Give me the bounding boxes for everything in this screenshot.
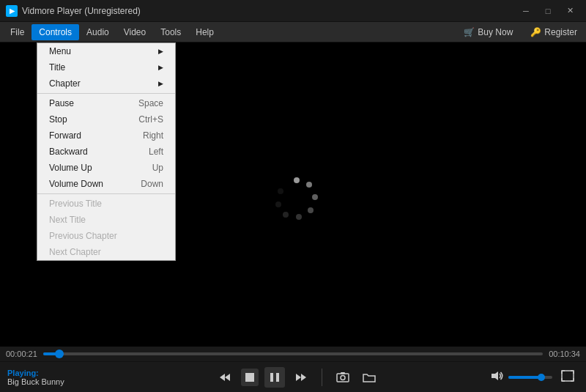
- svg-rect-15: [337, 374, 349, 382]
- current-time: 00:00:21: [6, 350, 37, 358]
- cart-icon: 🛒: [464, 27, 475, 37]
- menu-item-title[interactable]: Title: [37, 59, 175, 75]
- svg-point-6: [275, 201, 281, 207]
- svg-marker-14: [301, 374, 306, 381]
- menu-item-backward[interactable]: Backward Left: [37, 144, 175, 160]
- svg-point-3: [308, 207, 314, 213]
- menu-item-prev-title[interactable]: Previous Title: [37, 196, 175, 212]
- maximize-button[interactable]: □: [538, 1, 558, 21]
- separator-2: [37, 193, 175, 194]
- svg-point-5: [283, 212, 289, 218]
- svg-point-16: [341, 375, 345, 380]
- now-playing: Playing: Big Buck Bunny: [7, 369, 103, 386]
- progress-thumb[interactable]: [55, 350, 64, 358]
- svg-marker-18: [492, 371, 498, 380]
- folder-button[interactable]: [359, 367, 379, 388]
- progress-track[interactable]: [43, 352, 543, 355]
- svg-rect-17: [341, 372, 345, 374]
- fullscreen-button[interactable]: [557, 368, 579, 386]
- svg-rect-12: [276, 373, 279, 382]
- screenshot-button[interactable]: [333, 367, 353, 388]
- stop-button[interactable]: [241, 369, 259, 386]
- menu-tools[interactable]: Tools: [153, 24, 188, 40]
- menu-item-menu[interactable]: Menu: [37, 43, 175, 59]
- buy-now-label: Buy Now: [478, 27, 513, 37]
- svg-point-0: [294, 177, 300, 183]
- menu-file[interactable]: File: [3, 24, 31, 40]
- menu-item-forward[interactable]: Forward Right: [37, 127, 175, 144]
- key-icon: 🔑: [530, 27, 541, 37]
- menu-right: 🛒 Buy Now 🔑 Register: [458, 25, 583, 40]
- menu-audio[interactable]: Audio: [79, 24, 116, 40]
- menu-item-next-chapter[interactable]: Next Chapter: [37, 244, 175, 260]
- volume-fill: [508, 376, 541, 379]
- title-bar: ▶ Vidmore Player (Unregistered) ─ □ ✕: [0, 0, 586, 22]
- pause-button[interactable]: [264, 367, 285, 388]
- separator-controls: [322, 369, 322, 386]
- minimize-button[interactable]: ─: [516, 1, 536, 21]
- center-controls: [103, 367, 491, 388]
- rewind-button[interactable]: [215, 367, 235, 388]
- separator-1: [37, 93, 175, 94]
- svg-point-1: [306, 182, 312, 188]
- loading-spinner: [271, 173, 315, 217]
- controls-dropdown: Menu Title Chapter Pause Space Stop Ctrl…: [37, 42, 176, 261]
- track-name: Big Buck Bunny: [7, 377, 103, 386]
- menu-video[interactable]: Video: [116, 24, 153, 40]
- menu-item-pause[interactable]: Pause Space: [37, 95, 175, 111]
- register-label: Register: [544, 27, 577, 37]
- menu-item-next-title[interactable]: Next Title: [37, 212, 175, 228]
- menu-item-volume-down[interactable]: Volume Down Down: [37, 176, 175, 192]
- menu-help[interactable]: Help: [188, 24, 221, 40]
- register-button[interactable]: 🔑 Register: [524, 25, 583, 40]
- svg-rect-19: [562, 371, 574, 381]
- app-title: Vidmore Player (Unregistered): [22, 6, 516, 16]
- svg-marker-13: [296, 374, 301, 381]
- svg-point-2: [312, 194, 318, 200]
- playing-label: Playing:: [7, 369, 103, 377]
- svg-point-7: [278, 188, 283, 194]
- menu-item-chapter[interactable]: Chapter: [37, 75, 175, 92]
- window-controls: ─ □ ✕: [516, 1, 580, 21]
- menu-item-stop[interactable]: Stop Ctrl+S: [37, 111, 175, 127]
- menu-item-volume-up[interactable]: Volume Up Up: [37, 160, 175, 176]
- close-button[interactable]: ✕: [560, 1, 580, 21]
- progress-area: 00:00:21 00:10:34: [0, 347, 586, 361]
- svg-point-4: [296, 214, 302, 220]
- menu-controls[interactable]: Controls: [31, 24, 79, 40]
- controls-bar: Playing: Big Buck Bunny: [0, 361, 586, 392]
- svg-marker-8: [220, 374, 225, 381]
- volume-thumb[interactable]: [538, 374, 545, 381]
- total-time: 00:10:34: [549, 350, 580, 358]
- volume-icon[interactable]: [491, 370, 504, 384]
- app-icon: ▶: [6, 5, 18, 17]
- buy-now-button[interactable]: 🛒 Buy Now: [458, 25, 519, 40]
- fast-forward-button[interactable]: [291, 367, 311, 388]
- svg-rect-11: [270, 373, 273, 382]
- menu-item-prev-chapter[interactable]: Previous Chapter: [37, 228, 175, 244]
- svg-marker-9: [225, 374, 230, 381]
- svg-rect-10: [245, 373, 254, 382]
- right-controls: [491, 368, 579, 386]
- menu-bar: File Controls Audio Video Tools Help 🛒 B…: [0, 22, 586, 42]
- volume-slider[interactable]: [508, 376, 552, 379]
